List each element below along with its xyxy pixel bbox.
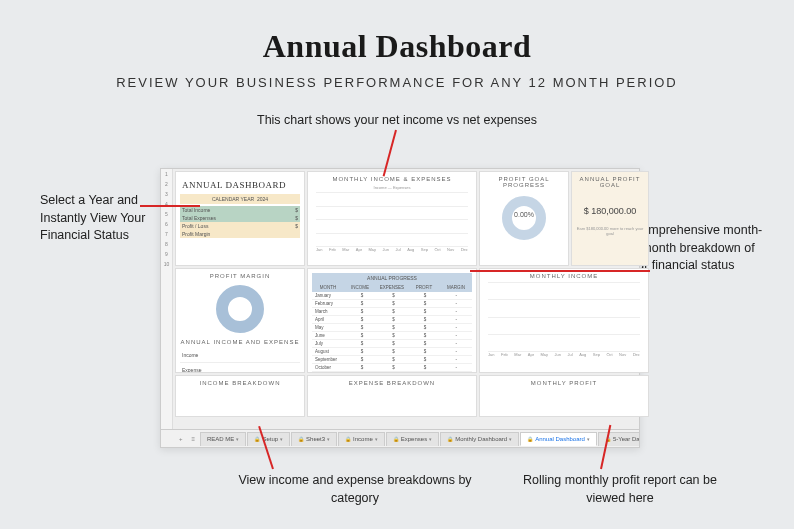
table-row: October$$$- [312, 364, 472, 372]
lock-icon: 🔒 [298, 436, 304, 442]
table-row: January$$$- [312, 292, 472, 300]
dashboard-heading: ANNUAL DASHBOARD [180, 178, 300, 194]
expense-breakdown-card: EXPENSE BREAKDOWN [307, 375, 477, 417]
card-title: ANNUAL INCOME AND EXPENSE [180, 339, 300, 345]
sheet-tab[interactable]: 🔒Expenses▾ [386, 432, 439, 446]
table-row: February$$$- [312, 300, 472, 308]
sheet-tab[interactable]: 🔒Sheet3▾ [291, 432, 337, 446]
add-sheet-button[interactable]: + [175, 436, 187, 442]
card-title: MONTHLY PROFIT [484, 380, 644, 386]
sheet-tab[interactable]: READ ME▾ [200, 432, 246, 446]
callout-line [470, 270, 650, 272]
profit-goal-progress-card: PROFIT GOAL PROGRESS 0.00% [479, 171, 569, 266]
callout-bottom-right: Rolling monthly profit report can be vie… [510, 472, 730, 507]
sheet-tab[interactable]: 🔒5-Year Dashboard▾ [598, 432, 639, 446]
lock-icon: 🔒 [447, 436, 453, 442]
lock-icon: 🔒 [254, 436, 260, 442]
monthly-income-chart: MONTHLY INCOME JanFebMarAprMayJunJulAugS… [479, 268, 649, 373]
donut-chart-icon [502, 196, 546, 240]
card-title: MONTHLY INCOME [484, 273, 644, 279]
summary-row: Profit Margin [180, 230, 300, 238]
calendar-year-selector[interactable]: CALENDAR YEAR 2024 [180, 194, 300, 204]
annual-goal-amount: $ 180,000.00 [576, 206, 644, 216]
lock-icon: 🔒 [393, 436, 399, 442]
table-row: June$$$- [312, 332, 472, 340]
card-title: INCOME BREAKDOWN [180, 380, 300, 386]
lock-icon: 🔒 [345, 436, 351, 442]
callout-bottom-left: View income and expense breakdowns by ca… [225, 472, 485, 507]
table-row: March$$$- [312, 308, 472, 316]
card-title: ANNUAL PROGRESS [312, 273, 472, 283]
donut-chart-icon [216, 285, 264, 333]
card-title: PROFIT MARGIN [180, 273, 300, 279]
monthly-profit-card: MONTHLY PROFIT [479, 375, 649, 417]
page-title: Annual Dashboard [0, 0, 794, 65]
sheet-tab[interactable]: 🔒Setup▾ [247, 432, 290, 446]
table-row: July$$$- [312, 340, 472, 348]
table-row: September$$$- [312, 356, 472, 364]
annual-progress-table: ANNUAL PROGRESS MONTHINCOMEEXPENSESPROFI… [307, 268, 477, 373]
lock-icon: 🔒 [527, 436, 533, 442]
card-title: ANNUAL PROFIT GOAL [576, 176, 644, 188]
card-title: MONTHLY INCOME & EXPENSES [312, 176, 472, 182]
summary-row: Total Income$ [180, 206, 300, 214]
sheet-tab[interactable]: 🔒Monthly Dashboard▾ [440, 432, 519, 446]
monthly-income-expenses-chart: MONTHLY INCOME & EXPENSES Income — Expen… [307, 171, 477, 266]
sheet-tab[interactable]: 🔒Annual Dashboard▾ [520, 432, 597, 446]
sheet-content: ANNUAL DASHBOARD CALENDAR YEAR 2024 Tota… [173, 169, 639, 429]
annual-dashboard-card: ANNUAL DASHBOARD CALENDAR YEAR 2024 Tota… [175, 171, 305, 266]
callout-line [140, 205, 200, 207]
summary-row: Profit / Loss$ [180, 222, 300, 230]
profit-goal-percent: 0.00% [484, 211, 564, 218]
table-row: November$$$- [312, 372, 472, 373]
callout-top: This chart shows your net income vs net … [0, 112, 794, 130]
annual-profit-goal-card: ANNUAL PROFIT GOAL $ 180,000.00 Earn $18… [571, 171, 649, 266]
table-row: May$$$- [312, 324, 472, 332]
card-title: PROFIT GOAL PROGRESS [484, 176, 564, 188]
spreadsheet-mock: 12345678910 ANNUAL DASHBOARD CALENDAR YE… [160, 168, 640, 448]
sheet-tab[interactable]: 🔒Income▾ [338, 432, 385, 446]
summary-row: Total Expenses$ [180, 214, 300, 222]
profit-margin-card: PROFIT MARGIN ANNUAL INCOME AND EXPENSE … [175, 268, 305, 373]
all-sheets-button[interactable]: ≡ [188, 436, 200, 442]
page-subtitle: REVIEW YOUR BUSINESS PERFORMANCE FOR ANY… [0, 75, 794, 90]
callout-left: Select a Year and Instantly View Your Fi… [40, 192, 160, 245]
income-breakdown-card: INCOME BREAKDOWN [175, 375, 305, 417]
annual-goal-subtext: Earn $180,000.00 more to reach your goal [576, 226, 644, 236]
table-row: August$$$- [312, 348, 472, 356]
row-gutter: 12345678910 [161, 169, 173, 429]
card-title: EXPENSE BREAKDOWN [312, 380, 472, 386]
sheet-tabs: + ≡ READ ME▾🔒Setup▾🔒Sheet3▾🔒Income▾🔒Expe… [161, 429, 639, 447]
table-row: April$$$- [312, 316, 472, 324]
